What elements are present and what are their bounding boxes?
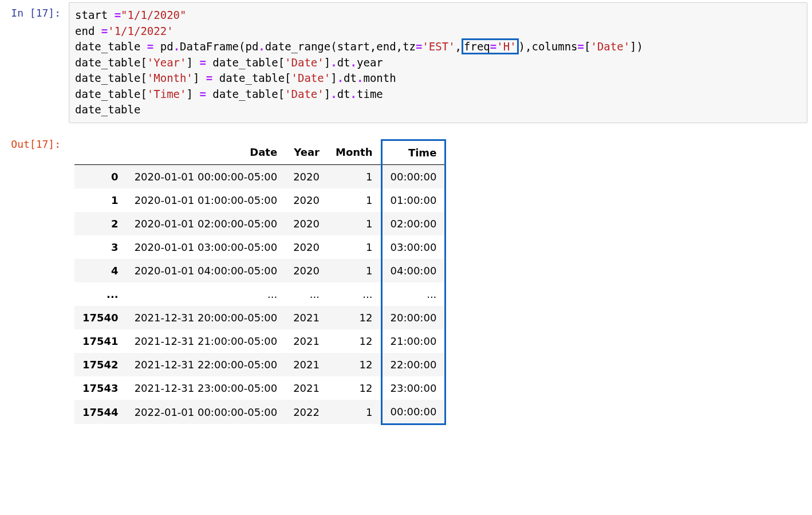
code-block[interactable]: start ="1/1/2020" end ='1/1/2022' date_t… [75, 7, 801, 118]
cell-month: 12 [328, 376, 381, 400]
cell-year: 2021 [285, 306, 328, 329]
table-header-row: Date Year Month Time [74, 140, 446, 164]
table-row: 22020-01-01 02:00:00-05:002020102:00:00 [74, 212, 446, 235]
cell-year: 2020 [285, 235, 328, 259]
cell-time: 01:00:00 [381, 188, 446, 212]
code-input-area[interactable]: start ="1/1/2020" end ='1/1/2022' date_t… [69, 2, 807, 123]
table-row: 175402021-12-31 20:00:00-05:0020211220:0… [74, 306, 446, 329]
table-row: 12020-01-01 01:00:00-05:002020101:00:00 [74, 188, 446, 212]
table-row: 175422021-12-31 22:00:00-05:0020211222:0… [74, 353, 446, 376]
dataframe-output: Date Year Month Time 02020-01-01 00:00:0… [69, 133, 812, 437]
cell-month: 1 [328, 188, 381, 212]
cell-month: 12 [328, 353, 381, 376]
cell-date: 2020-01-01 02:00:00-05:00 [127, 212, 286, 235]
cell-date: 2020-01-01 04:00:00-05:00 [127, 259, 286, 282]
cell-year: 2022 [285, 400, 328, 424]
table-row: ............... [74, 282, 446, 306]
row-index: 3 [74, 235, 127, 259]
cell-year: 2021 [285, 329, 328, 353]
cell-time: ... [381, 282, 446, 306]
table-row: 175412021-12-31 21:00:00-05:0020211221:0… [74, 329, 446, 353]
cell-date: ... [127, 282, 286, 306]
row-index: 2 [74, 212, 127, 235]
cell-time: 22:00:00 [381, 353, 446, 376]
col-date: Date [127, 140, 286, 164]
cell-month: 12 [328, 306, 381, 329]
col-month: Month [328, 140, 381, 164]
cell-time: 04:00:00 [381, 259, 446, 282]
cell-year: 2021 [285, 353, 328, 376]
row-index: ... [74, 282, 127, 306]
cell-year: ... [285, 282, 328, 306]
in-prompt: In [17]: [0, 2, 69, 19]
row-index: 17544 [74, 400, 127, 424]
cell-time: 23:00:00 [381, 376, 446, 400]
output-cell: Out[17]: Date Year Month Time 02020-01-0… [0, 131, 812, 437]
table-row: 32020-01-01 03:00:00-05:002020103:00:00 [74, 235, 446, 259]
table-row: 175442022-01-01 00:00:00-05:002022100:00… [74, 400, 446, 424]
cell-time: 00:00:00 [381, 164, 446, 188]
cell-month: 1 [328, 259, 381, 282]
cell-date: 2020-01-01 01:00:00-05:00 [127, 188, 286, 212]
cell-month: 1 [328, 400, 381, 424]
cell-date: 2021-12-31 21:00:00-05:00 [127, 329, 286, 353]
cell-date: 2020-01-01 00:00:00-05:00 [127, 164, 286, 188]
cell-month: 12 [328, 329, 381, 353]
dataframe-table: Date Year Month Time 02020-01-01 00:00:0… [74, 139, 446, 425]
cell-time: 02:00:00 [381, 212, 446, 235]
row-index: 17543 [74, 376, 127, 400]
cell-date: 2021-12-31 20:00:00-05:00 [127, 306, 286, 329]
table-row: 02020-01-01 00:00:00-05:002020100:00:00 [74, 164, 446, 188]
cell-time: 00:00:00 [381, 400, 446, 424]
cell-date: 2021-12-31 22:00:00-05:00 [127, 353, 286, 376]
cell-year: 2020 [285, 212, 328, 235]
row-index: 4 [74, 259, 127, 282]
table-row: 175432021-12-31 23:00:00-05:0020211223:0… [74, 376, 446, 400]
input-cell: In [17]: start ="1/1/2020" end ='1/1/202… [0, 0, 812, 123]
col-time: Time [381, 140, 446, 164]
out-prompt: Out[17]: [0, 133, 69, 150]
col-index [74, 140, 127, 164]
cell-time: 03:00:00 [381, 235, 446, 259]
cell-year: 2020 [285, 164, 328, 188]
table-row: 42020-01-01 04:00:00-05:002020104:00:00 [74, 259, 446, 282]
cell-time: 20:00:00 [381, 306, 446, 329]
row-index: 0 [74, 164, 127, 188]
row-index: 17540 [74, 306, 127, 329]
cell-date: 2020-01-01 03:00:00-05:00 [127, 235, 286, 259]
cell-date: 2022-01-01 00:00:00-05:00 [127, 400, 286, 424]
cell-month: 1 [328, 235, 381, 259]
cell-month: ... [328, 282, 381, 306]
cell-time: 21:00:00 [381, 329, 446, 353]
highlight-freq-arg: freq='H' [462, 38, 519, 54]
row-index: 1 [74, 188, 127, 212]
cell-year: 2020 [285, 188, 328, 212]
cell-year: 2021 [285, 376, 328, 400]
row-index: 17542 [74, 353, 127, 376]
cell-year: 2020 [285, 259, 328, 282]
col-year: Year [285, 140, 328, 164]
cell-month: 1 [328, 212, 381, 235]
row-index: 17541 [74, 329, 127, 353]
cell-date: 2021-12-31 23:00:00-05:00 [127, 376, 286, 400]
cell-month: 1 [328, 164, 381, 188]
